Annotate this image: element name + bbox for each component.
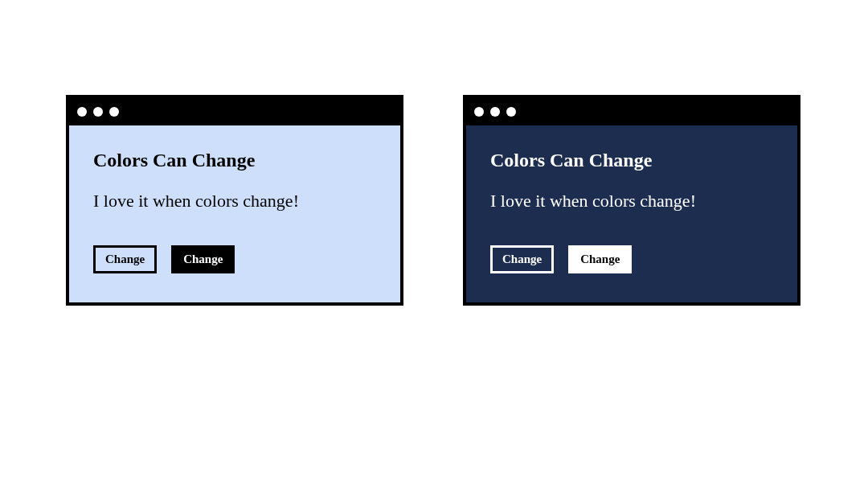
panel-dark: Colors Can Change I love it when colors … — [466, 125, 797, 302]
window-titlebar — [466, 98, 797, 125]
window-titlebar — [69, 98, 400, 125]
window-control-dot-icon — [506, 107, 516, 117]
window-control-dot-icon — [77, 107, 87, 117]
window-control-dot-icon — [490, 107, 500, 117]
panel-body: I love it when colors change! — [93, 189, 376, 213]
window-control-dot-icon — [109, 107, 119, 117]
change-button-solid[interactable]: Change — [568, 245, 632, 273]
change-button-solid[interactable]: Change — [171, 245, 235, 273]
button-row: Change Change — [490, 245, 773, 273]
panel-body: I love it when colors change! — [490, 189, 773, 213]
panel-light: Colors Can Change I love it when colors … — [69, 125, 400, 302]
change-button-outline[interactable]: Change — [490, 245, 554, 273]
window-mockup-dark: Colors Can Change I love it when colors … — [463, 95, 800, 306]
button-row: Change Change — [93, 245, 376, 273]
panel-heading: Colors Can Change — [490, 150, 773, 171]
window-mockup-light: Colors Can Change I love it when colors … — [66, 95, 403, 306]
window-control-dot-icon — [93, 107, 103, 117]
change-button-outline[interactable]: Change — [93, 245, 157, 273]
window-control-dot-icon — [474, 107, 484, 117]
panel-heading: Colors Can Change — [93, 150, 376, 171]
